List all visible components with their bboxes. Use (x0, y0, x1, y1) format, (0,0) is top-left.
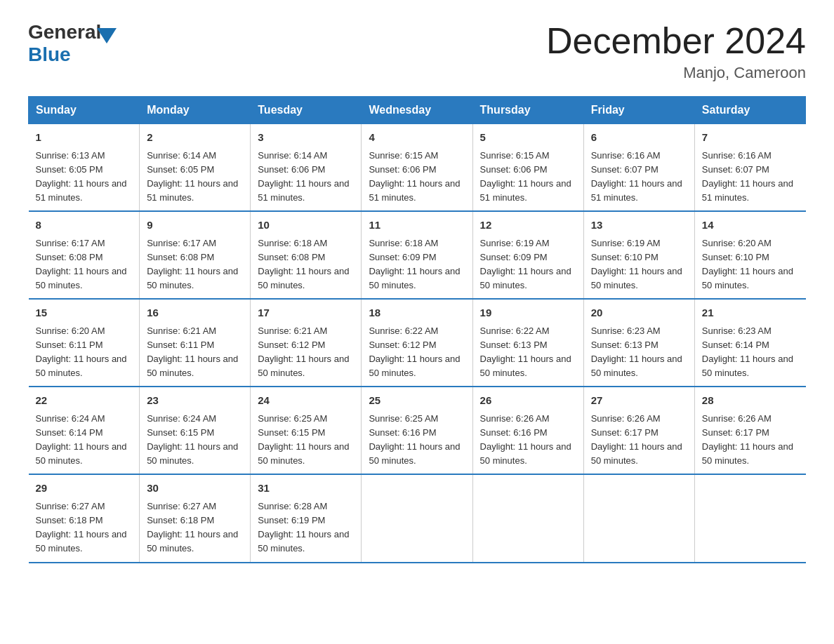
day-info: Sunrise: 6:16 AMSunset: 6:07 PMDaylight:… (702, 150, 793, 203)
day-number: 15 (36, 305, 133, 321)
day-number: 14 (702, 217, 799, 234)
day-number: 3 (258, 130, 354, 146)
day-info: Sunrise: 6:21 AMSunset: 6:11 PMDaylight:… (147, 326, 238, 378)
logo-blue-text: Blue (28, 43, 117, 66)
day-info: Sunrise: 6:22 AMSunset: 6:12 PMDaylight:… (369, 326, 460, 378)
day-info: Sunrise: 6:25 AMSunset: 6:16 PMDaylight:… (369, 413, 460, 466)
week-row-4: 22Sunrise: 6:24 AMSunset: 6:14 PMDayligh… (29, 387, 806, 474)
day-number: 1 (36, 130, 133, 146)
header-tuesday: Tuesday (251, 97, 362, 124)
day-cell: 28Sunrise: 6:26 AMSunset: 6:17 PMDayligh… (694, 387, 805, 474)
day-info: Sunrise: 6:20 AMSunset: 6:11 PMDaylight:… (36, 326, 127, 378)
day-info: Sunrise: 6:19 AMSunset: 6:09 PMDaylight:… (480, 238, 571, 290)
day-number: 7 (702, 130, 799, 146)
day-info: Sunrise: 6:24 AMSunset: 6:15 PMDaylight:… (147, 413, 238, 466)
day-cell: 3Sunrise: 6:14 AMSunset: 6:06 PMDaylight… (251, 124, 362, 212)
day-number: 23 (147, 393, 243, 409)
day-info: Sunrise: 6:15 AMSunset: 6:06 PMDaylight:… (369, 150, 460, 203)
day-cell: 29Sunrise: 6:27 AMSunset: 6:18 PMDayligh… (29, 474, 140, 562)
day-cell: 5Sunrise: 6:15 AMSunset: 6:06 PMDaylight… (472, 124, 583, 212)
day-cell: 26Sunrise: 6:26 AMSunset: 6:16 PMDayligh… (472, 387, 583, 474)
day-number: 12 (480, 217, 576, 234)
month-title: December 2024 (546, 21, 806, 61)
logo-triangle-icon (97, 28, 117, 43)
header-friday: Friday (583, 97, 694, 124)
day-info: Sunrise: 6:28 AMSunset: 6:19 PMDaylight:… (258, 501, 349, 554)
day-info: Sunrise: 6:14 AMSunset: 6:06 PMDaylight:… (258, 150, 349, 203)
header-row: SundayMondayTuesdayWednesdayThursdayFrid… (29, 97, 806, 124)
day-info: Sunrise: 6:19 AMSunset: 6:10 PMDaylight:… (591, 238, 682, 290)
day-cell: 13Sunrise: 6:19 AMSunset: 6:10 PMDayligh… (583, 211, 694, 299)
day-cell: 11Sunrise: 6:18 AMSunset: 6:09 PMDayligh… (362, 211, 472, 299)
day-cell: 23Sunrise: 6:24 AMSunset: 6:15 PMDayligh… (140, 387, 251, 474)
day-info: Sunrise: 6:27 AMSunset: 6:18 PMDaylight:… (147, 501, 238, 554)
day-cell: 6Sunrise: 6:16 AMSunset: 6:07 PMDaylight… (583, 124, 694, 212)
day-number: 20 (591, 305, 687, 321)
day-info: Sunrise: 6:21 AMSunset: 6:12 PMDaylight:… (258, 326, 349, 378)
header-sunday: Sunday (29, 97, 140, 124)
day-cell: 18Sunrise: 6:22 AMSunset: 6:12 PMDayligh… (362, 299, 472, 387)
day-number: 5 (480, 130, 576, 146)
calendar-table: SundayMondayTuesdayWednesdayThursdayFrid… (28, 96, 806, 563)
day-number: 24 (258, 393, 354, 409)
header-thursday: Thursday (472, 97, 583, 124)
day-info: Sunrise: 6:26 AMSunset: 6:17 PMDaylight:… (702, 413, 793, 466)
day-number: 17 (258, 305, 354, 321)
day-number: 19 (480, 305, 576, 321)
day-cell: 1Sunrise: 6:13 AMSunset: 6:05 PMDaylight… (29, 124, 140, 212)
day-info: Sunrise: 6:17 AMSunset: 6:08 PMDaylight:… (147, 238, 238, 290)
day-number: 28 (702, 393, 799, 409)
day-number: 26 (480, 393, 576, 409)
day-info: Sunrise: 6:22 AMSunset: 6:13 PMDaylight:… (480, 326, 571, 378)
week-row-2: 8Sunrise: 6:17 AMSunset: 6:08 PMDaylight… (29, 211, 806, 299)
day-cell: 21Sunrise: 6:23 AMSunset: 6:14 PMDayligh… (694, 299, 805, 387)
logo: General Blue (28, 21, 117, 66)
day-cell (362, 474, 472, 562)
day-number: 25 (369, 393, 465, 409)
day-cell: 27Sunrise: 6:26 AMSunset: 6:17 PMDayligh… (583, 387, 694, 474)
day-info: Sunrise: 6:26 AMSunset: 6:16 PMDaylight:… (480, 413, 571, 466)
day-cell: 12Sunrise: 6:19 AMSunset: 6:09 PMDayligh… (472, 211, 583, 299)
day-cell: 22Sunrise: 6:24 AMSunset: 6:14 PMDayligh… (29, 387, 140, 474)
day-info: Sunrise: 6:17 AMSunset: 6:08 PMDaylight:… (36, 238, 127, 290)
day-number: 9 (147, 217, 243, 234)
day-info: Sunrise: 6:15 AMSunset: 6:06 PMDaylight:… (480, 150, 571, 203)
day-cell: 9Sunrise: 6:17 AMSunset: 6:08 PMDaylight… (140, 211, 251, 299)
day-number: 27 (591, 393, 687, 409)
day-cell: 30Sunrise: 6:27 AMSunset: 6:18 PMDayligh… (140, 474, 251, 562)
day-info: Sunrise: 6:24 AMSunset: 6:14 PMDaylight:… (36, 413, 127, 466)
day-cell: 17Sunrise: 6:21 AMSunset: 6:12 PMDayligh… (251, 299, 362, 387)
day-number: 11 (369, 217, 465, 234)
day-number: 31 (258, 481, 354, 497)
day-info: Sunrise: 6:18 AMSunset: 6:09 PMDaylight:… (369, 238, 460, 290)
day-info: Sunrise: 6:14 AMSunset: 6:05 PMDaylight:… (147, 150, 238, 203)
day-cell: 19Sunrise: 6:22 AMSunset: 6:13 PMDayligh… (472, 299, 583, 387)
day-cell: 16Sunrise: 6:21 AMSunset: 6:11 PMDayligh… (140, 299, 251, 387)
day-info: Sunrise: 6:20 AMSunset: 6:10 PMDaylight:… (702, 238, 793, 290)
day-number: 10 (258, 217, 354, 234)
day-cell (583, 474, 694, 562)
day-info: Sunrise: 6:27 AMSunset: 6:18 PMDaylight:… (36, 501, 127, 554)
week-row-5: 29Sunrise: 6:27 AMSunset: 6:18 PMDayligh… (29, 474, 806, 562)
day-info: Sunrise: 6:23 AMSunset: 6:13 PMDaylight:… (591, 326, 682, 378)
day-cell (694, 474, 805, 562)
day-info: Sunrise: 6:26 AMSunset: 6:17 PMDaylight:… (591, 413, 682, 466)
day-cell: 10Sunrise: 6:18 AMSunset: 6:08 PMDayligh… (251, 211, 362, 299)
day-number: 6 (591, 130, 687, 146)
day-cell: 25Sunrise: 6:25 AMSunset: 6:16 PMDayligh… (362, 387, 472, 474)
day-cell: 7Sunrise: 6:16 AMSunset: 6:07 PMDaylight… (694, 124, 805, 212)
header: General Blue December 2024 Manjo, Camero… (28, 21, 806, 82)
day-number: 4 (369, 130, 465, 146)
day-number: 21 (702, 305, 799, 321)
location-title: Manjo, Cameroon (546, 64, 806, 82)
week-row-3: 15Sunrise: 6:20 AMSunset: 6:11 PMDayligh… (29, 299, 806, 387)
day-number: 22 (36, 393, 133, 409)
day-cell: 8Sunrise: 6:17 AMSunset: 6:08 PMDaylight… (29, 211, 140, 299)
day-cell: 31Sunrise: 6:28 AMSunset: 6:19 PMDayligh… (251, 474, 362, 562)
day-info: Sunrise: 6:13 AMSunset: 6:05 PMDaylight:… (36, 150, 127, 203)
day-cell (472, 474, 583, 562)
day-number: 29 (36, 481, 133, 497)
day-cell: 24Sunrise: 6:25 AMSunset: 6:15 PMDayligh… (251, 387, 362, 474)
day-number: 13 (591, 217, 687, 234)
header-saturday: Saturday (694, 97, 805, 124)
